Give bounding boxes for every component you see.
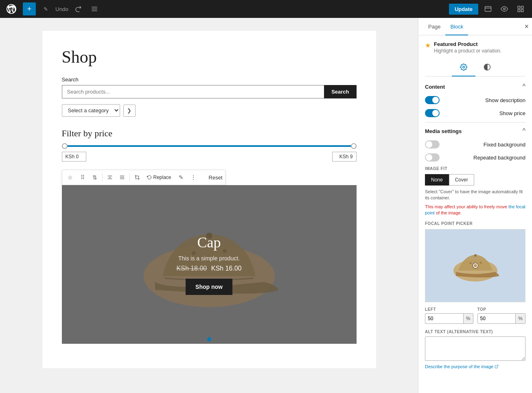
price-max-input[interactable] [332,152,357,162]
product-description: This is a simple product. [177,255,242,262]
repeated-background-toggle[interactable] [425,153,440,162]
editor-content: Shop Search Search Select a category ❯ F… [42,31,376,368]
product-name: Cap [177,234,242,251]
featured-product-subtitle: Highlight a product or variation. [434,48,501,54]
wp-logo [5,2,18,15]
sidebar-close-button[interactable]: × [524,23,529,30]
replace-button[interactable]: Replace [144,173,175,182]
more-options-button[interactable]: ⋮ [188,172,199,183]
preview-button[interactable] [482,2,495,15]
category-select[interactable]: Select a category [62,104,120,117]
media-section-toggle[interactable]: ^ [522,127,525,135]
image-fit-warning: This may affect your ability to freely m… [425,204,525,216]
focal-link[interactable]: the focal point [425,204,525,215]
content-section-header: Content ^ [425,83,525,90]
tab-page[interactable]: Page [423,18,445,35]
shop-now-button[interactable]: Shop now [186,279,232,295]
editor-options-button[interactable] [514,2,527,15]
image-fit-cover-button[interactable]: Cover [449,174,474,186]
svg-rect-6 [521,6,523,8]
image-fit-description: Select "Cover" to have the image automat… [425,189,525,201]
focal-left-input[interactable] [425,314,463,323]
focal-point-preview[interactable] [425,229,525,302]
category-arrow-button[interactable]: ❯ [123,105,136,117]
fixed-background-label: Fixed background [484,142,525,148]
alt-text-input[interactable] [425,336,525,361]
block-toolbar-row: ☆ ⠿ ⇅ Replace [62,170,357,185]
show-description-row: Show description [425,96,525,104]
repeated-background-label: Repeated background [473,155,525,161]
tools-button[interactable]: ✎ [39,2,52,15]
fixed-background-toggle[interactable] [425,140,440,148]
svg-line-25 [496,365,498,367]
settings-tab-content[interactable] [452,60,475,76]
price-min-input[interactable] [62,152,86,162]
price-slider[interactable] [62,145,357,162]
focal-left-input-group: % [425,313,473,324]
undo-button[interactable]: Undo [55,2,68,15]
update-button[interactable]: Update [449,4,478,15]
settings-tab-style[interactable] [475,60,499,76]
align-center-button[interactable] [104,172,116,183]
editor-area: Shop Search Search Select a category ❯ F… [0,18,418,393]
crop-button[interactable] [131,172,143,183]
featured-product-title: Featured Product [434,41,501,47]
favorite-button[interactable]: ☆ [65,172,76,183]
svg-rect-7 [521,10,523,12]
align-button[interactable] [116,172,128,183]
page-title: Shop [62,47,357,67]
price-handle-right[interactable] [351,143,357,149]
focal-top: TOP % [477,307,526,324]
media-section-title: Media settings [425,128,462,134]
search-button[interactable]: Search [324,85,356,98]
content-section-title: Content [425,84,445,90]
focal-left-label: LEFT [425,307,473,312]
sidebar-body: ★ Featured Product Highlight a product o… [418,35,532,393]
focal-marker[interactable] [473,263,478,268]
search-input[interactable] [62,85,324,98]
main-area: Shop Search Search Select a category ❯ F… [0,18,532,393]
settings-icon-tabs [425,60,525,76]
show-price-knob [432,110,439,116]
search-label: Search [62,76,357,83]
drag-button[interactable]: ⠿ [77,172,88,183]
price-handle-left[interactable] [62,143,68,149]
svg-point-24 [479,262,482,264]
move-up-down-button[interactable]: ⇅ [89,172,101,183]
view-button[interactable] [498,2,511,15]
focal-point-dot [207,337,211,341]
category-row: Select a category ❯ [62,104,357,117]
image-fit-none-button[interactable]: None [425,174,449,186]
tab-block[interactable]: Block [445,18,468,35]
show-price-toggle[interactable] [425,109,440,117]
focal-top-unit: % [515,314,525,323]
reset-link[interactable]: Reset [209,175,223,181]
featured-info: Featured Product Highlight a product or … [434,41,501,54]
repeated-background-row: Repeated background [425,153,525,162]
describe-link[interactable]: Describe the purpose of the image [425,364,499,369]
product-info: Cap This is a simple product. KSh 18.00 … [177,234,242,295]
svg-rect-8 [518,10,520,12]
show-description-toggle[interactable] [425,96,440,104]
sidebar-tabs: Page Block × [418,18,532,35]
show-description-knob [432,97,439,103]
focal-top-input[interactable] [478,314,516,323]
price-slider-fill [62,145,357,147]
focal-top-label: TOP [477,307,526,312]
price-range-row [62,152,357,162]
content-section-toggle[interactable]: ^ [522,83,525,90]
settings-sidebar: Page Block × ★ Featured Product Highligh… [418,18,532,393]
product-price-new: KSh 16.00 [211,265,242,272]
list-view-button[interactable] [88,2,101,15]
alt-text-label: ALT TEXT (ALTERNATIVE TEXT) [425,330,525,334]
add-block-button[interactable]: + [23,2,36,15]
featured-header: ★ Featured Product Highlight a product o… [425,41,525,54]
focal-left-unit: % [463,314,473,323]
svg-rect-3 [485,7,491,11]
svg-point-23 [469,262,471,264]
main-toolbar: + ✎ Undo Update [0,0,532,18]
edit-button[interactable]: ✎ [175,172,187,183]
redo-button[interactable] [72,2,85,15]
featured-product-block[interactable]: Cap This is a simple product. KSh 18.00 … [62,185,357,344]
search-row: Search [62,85,357,98]
